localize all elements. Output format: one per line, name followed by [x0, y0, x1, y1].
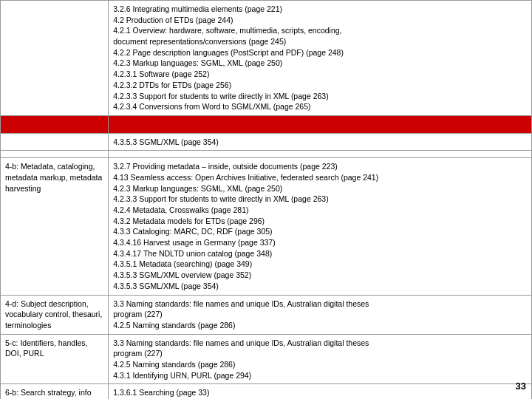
4b-line-2: 4.13 Seamless access: Open Archives Init…: [113, 172, 527, 183]
page-container: 3.2.6 Integrating multimedia elements (p…: [0, 0, 532, 399]
label-6b: 6-b: Search strategy, info seeking behav…: [1, 384, 109, 399]
content-5c: 3.3 Naming standards: file names and uni…: [109, 334, 532, 384]
label-4b: 4-b: Metadata, cataloging, metadata mark…: [1, 158, 109, 295]
content-4b: 3.2.7 Providing metadata – inside, outsi…: [109, 158, 532, 295]
4b-line-7: 4.3.3 Cataloging: MARC, DC, RDF (page 30…: [113, 226, 527, 237]
line-8: 4.2.3.2 DTDs for ETDs (page 256): [113, 80, 527, 91]
line-9: 4.2.3.3 Support for students to write di…: [113, 91, 527, 102]
spacer-label: [1, 151, 109, 158]
content-top: 3.2.6 Integrating multimedia elements (p…: [109, 1, 532, 116]
4b-line-12: 4.3.5.3 SGML/XML (page 354): [113, 281, 527, 292]
content-6b: 1.3.6.1 Searching (page 33) 4.13 Seamles…: [109, 384, 532, 399]
5c-line-1: 3.3 Naming standards: file names and uni…: [113, 338, 527, 349]
4b-line-9: 4.3.4.17 The NDLTD union catalog (page 3…: [113, 248, 527, 259]
main-table: 3.2.6 Integrating multimedia elements (p…: [0, 0, 532, 399]
content-sgml: 4.3.5.3 SGML/XML (page 354): [109, 133, 532, 151]
table-row-4d: 4-d: Subject description, vocabulary con…: [1, 295, 532, 334]
4d-line-3: 4.2.5 Naming standards (page 286): [113, 320, 527, 331]
line-1: 3.2.6 Integrating multimedia elements (p…: [113, 4, 527, 15]
4b-line-6: 4.3.2 Metadata models for ETDs (page 296…: [113, 216, 527, 227]
4b-line-1: 3.2.7 Providing metadata – inside, outsi…: [113, 161, 527, 172]
5c-line-2: program (227): [113, 348, 527, 359]
sgml-line: 4.3.5.3 SGML/XML (page 354): [113, 137, 527, 148]
4b-line-10: 4.3.5.1 Metadata (searching) (page 349): [113, 259, 527, 270]
line-6: 4.2.3 Markup languages: SGML, XML (page …: [113, 58, 527, 69]
line-10: 4.2.3.4 Conversions from Word to SGML/XM…: [113, 101, 527, 112]
4b-line-11: 4.3.5.3 SGML/XML overview (page 352): [113, 270, 527, 281]
line-7: 4.2.3.1 Software (page 252): [113, 69, 527, 80]
label-top: [1, 1, 109, 116]
table-row-top: 3.2.6 Integrating multimedia elements (p…: [1, 1, 532, 116]
4b-line-5: 4.2.4 Metadata, Crosswalks (page 281): [113, 205, 527, 216]
page-number: 33: [516, 381, 526, 392]
red-content: [109, 115, 532, 133]
content-4d: 3.3 Naming standards: file names and uni…: [109, 295, 532, 334]
label-5c: 5-c: Identifiers, handles, DOI, PURL: [1, 334, 109, 384]
label-4d: 4-d: Subject description, vocabulary con…: [1, 295, 109, 334]
red-label: [1, 115, 109, 133]
4d-line-2: program (227): [113, 309, 527, 320]
table-row-sgml: 4.3.5.3 SGML/XML (page 354): [1, 133, 532, 151]
5c-line-3: 4.2.5 Naming standards (page 286): [113, 359, 527, 370]
table-row-spacer: [1, 151, 532, 158]
line-5: 4.2.2 Page description languages (PostSc…: [113, 47, 527, 58]
label-sgml: [1, 133, 109, 151]
spacer-content: [109, 151, 532, 158]
table-row-6b: 6-b: Search strategy, info seeking behav…: [1, 384, 532, 399]
table-row-4b: 4-b: Metadata, cataloging, metadata mark…: [1, 158, 532, 295]
4b-line-4: 4.2.3.3 Support for students to write di…: [113, 194, 527, 205]
4b-line-8: 4.3.4.16 Harvest usage in Germany (page …: [113, 237, 527, 248]
table-row-5c: 5-c: Identifiers, handles, DOI, PURL 3.3…: [1, 334, 532, 384]
line-3: 4.2.1 Overview: hardware, software, mult…: [113, 25, 527, 36]
6b-line-1: 1.3.6.1 Searching (page 33): [113, 387, 527, 398]
4b-line-3: 4.2.3 Markup languages: SGML, XML (page …: [113, 183, 527, 194]
line-4: document representations/conversions (pa…: [113, 36, 527, 47]
5c-line-4: 4.3.1 Identifying URN, PURL (page 294): [113, 370, 527, 381]
4d-line-1: 3.3 Naming standards: file names and uni…: [113, 299, 527, 310]
table-row-red-bar: [1, 115, 532, 133]
line-2: 4.2 Production of ETDs (page 244): [113, 15, 527, 26]
